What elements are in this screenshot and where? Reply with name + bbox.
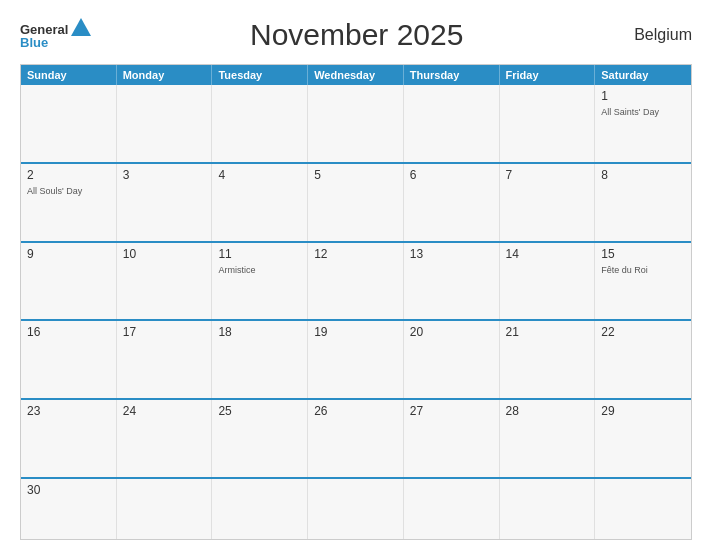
day-14: 14 [506, 247, 589, 261]
day-20: 20 [410, 325, 493, 339]
cell-w4-sun: 16 [21, 321, 117, 398]
cell-w4-tue: 18 [212, 321, 308, 398]
cell-w6-tue [212, 479, 308, 539]
cell-w6-fri [500, 479, 596, 539]
page-title: November 2025 [91, 18, 622, 52]
day-30: 30 [27, 483, 110, 497]
cell-w6-sun: 30 [21, 479, 117, 539]
holiday-all-souls: All Souls' Day [27, 186, 82, 196]
header: General Blue November 2025 Belgium [20, 18, 692, 52]
day-17: 17 [123, 325, 206, 339]
cell-w2-sat: 8 [595, 164, 691, 241]
day-7: 7 [506, 168, 589, 182]
cell-w3-fri: 14 [500, 243, 596, 320]
week-row-3: 9 10 11 Armistice 12 13 14 [21, 241, 691, 320]
day-4: 4 [218, 168, 301, 182]
cell-w2-thu: 6 [404, 164, 500, 241]
day-25: 25 [218, 404, 301, 418]
holiday-armistice: Armistice [218, 265, 255, 275]
day-21: 21 [506, 325, 589, 339]
cell-w3-tue: 11 Armistice [212, 243, 308, 320]
header-saturday: Saturday [595, 65, 691, 85]
cell-w2-sun: 2 All Souls' Day [21, 164, 117, 241]
header-tuesday: Tuesday [212, 65, 308, 85]
day-5: 5 [314, 168, 397, 182]
cell-w1-wed [308, 85, 404, 162]
logo-general-text: General [20, 23, 68, 36]
cell-w4-fri: 21 [500, 321, 596, 398]
cell-w1-sat: 1 All Saints' Day [595, 85, 691, 162]
day-26: 26 [314, 404, 397, 418]
page: General Blue November 2025 Belgium Sunda… [0, 0, 712, 550]
header-thursday: Thursday [404, 65, 500, 85]
day-29: 29 [601, 404, 685, 418]
week-row-2: 2 All Souls' Day 3 4 5 6 7 [21, 162, 691, 241]
week-row-1: 1 All Saints' Day [21, 85, 691, 162]
day-15: 15 [601, 247, 685, 261]
cell-w1-tue [212, 85, 308, 162]
day-11: 11 [218, 247, 301, 261]
day-23: 23 [27, 404, 110, 418]
day-19: 19 [314, 325, 397, 339]
cell-w5-mon: 24 [117, 400, 213, 477]
logo-blue-text: Blue [20, 36, 48, 49]
week-row-5: 23 24 25 26 27 28 29 [21, 398, 691, 477]
day-22: 22 [601, 325, 685, 339]
cell-w2-mon: 3 [117, 164, 213, 241]
header-friday: Friday [500, 65, 596, 85]
holiday-fete-du-roi: Fête du Roi [601, 265, 648, 275]
cell-w3-sun: 9 [21, 243, 117, 320]
day-18: 18 [218, 325, 301, 339]
day-13: 13 [410, 247, 493, 261]
day-12: 12 [314, 247, 397, 261]
cell-w2-fri: 7 [500, 164, 596, 241]
cell-w4-thu: 20 [404, 321, 500, 398]
cell-w2-wed: 5 [308, 164, 404, 241]
cell-w6-wed [308, 479, 404, 539]
holiday-all-saints: All Saints' Day [601, 107, 659, 117]
cell-w3-sat: 15 Fête du Roi [595, 243, 691, 320]
header-sunday: Sunday [21, 65, 117, 85]
cell-w5-thu: 27 [404, 400, 500, 477]
cell-w2-tue: 4 [212, 164, 308, 241]
week-row-6: 30 [21, 477, 691, 539]
day-6: 6 [410, 168, 493, 182]
cell-w5-sat: 29 [595, 400, 691, 477]
day-10: 10 [123, 247, 206, 261]
cell-w5-tue: 25 [212, 400, 308, 477]
day-28: 28 [506, 404, 589, 418]
cell-w6-mon [117, 479, 213, 539]
cell-w3-mon: 10 [117, 243, 213, 320]
cell-w5-fri: 28 [500, 400, 596, 477]
day-27: 27 [410, 404, 493, 418]
day-8: 8 [601, 168, 685, 182]
cell-w5-wed: 26 [308, 400, 404, 477]
day-16: 16 [27, 325, 110, 339]
logo: General Blue [20, 22, 91, 49]
cell-w3-wed: 12 [308, 243, 404, 320]
day-1: 1 [601, 89, 685, 103]
day-9: 9 [27, 247, 110, 261]
calendar-header: Sunday Monday Tuesday Wednesday Thursday… [21, 65, 691, 85]
cell-w4-sat: 22 [595, 321, 691, 398]
cell-w5-sun: 23 [21, 400, 117, 477]
day-24: 24 [123, 404, 206, 418]
cell-w3-thu: 13 [404, 243, 500, 320]
cell-w1-mon [117, 85, 213, 162]
logo-triangle-icon [71, 18, 91, 36]
cell-w6-thu [404, 479, 500, 539]
cell-w1-sun [21, 85, 117, 162]
calendar-body: 1 All Saints' Day 2 All Souls' Day 3 4 5 [21, 85, 691, 539]
cell-w4-mon: 17 [117, 321, 213, 398]
cell-w6-sat [595, 479, 691, 539]
country-label: Belgium [622, 26, 692, 44]
cell-w1-fri [500, 85, 596, 162]
week-row-4: 16 17 18 19 20 21 22 [21, 319, 691, 398]
day-3: 3 [123, 168, 206, 182]
cell-w4-wed: 19 [308, 321, 404, 398]
day-2: 2 [27, 168, 110, 182]
calendar: Sunday Monday Tuesday Wednesday Thursday… [20, 64, 692, 540]
header-wednesday: Wednesday [308, 65, 404, 85]
header-monday: Monday [117, 65, 213, 85]
cell-w1-thu [404, 85, 500, 162]
